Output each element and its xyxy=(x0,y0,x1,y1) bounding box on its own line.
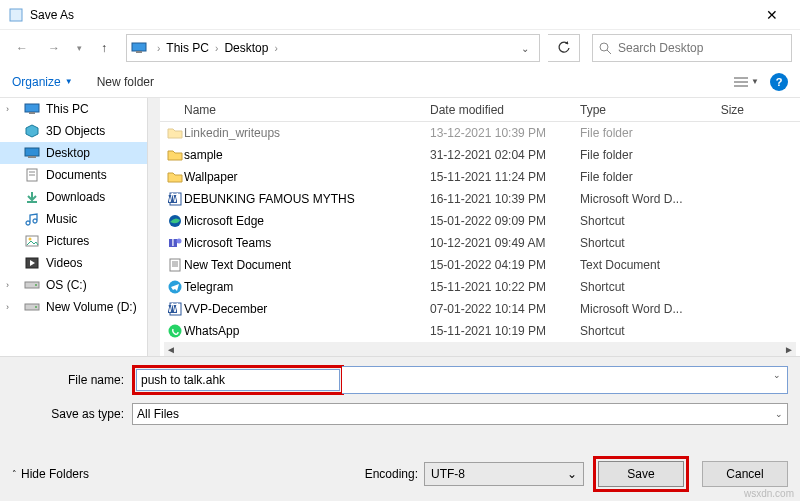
scroll-right-icon[interactable]: ► xyxy=(782,344,796,355)
sidebar-item-os-c-[interactable]: ›OS (C:) xyxy=(0,274,160,296)
file-row[interactable]: sample31-12-2021 02:04 PMFile folder xyxy=(160,144,800,166)
new-folder-button[interactable]: New folder xyxy=(97,75,154,89)
watermark: wsxdn.com xyxy=(744,488,794,499)
file-row[interactable]: Wallpaper15-11-2021 11:24 PMFile folder xyxy=(160,166,800,188)
sidebar-item-label: Desktop xyxy=(46,146,90,160)
file-row[interactable]: Microsoft Edge15-01-2022 09:09 PMShortcu… xyxy=(160,210,800,232)
toolbar: Organize ▼ New folder ▼ ? xyxy=(0,66,800,98)
search-input[interactable]: Search Desktop xyxy=(592,34,792,62)
file-row[interactable]: Telegram15-11-2021 10:22 PMShortcut xyxy=(160,276,800,298)
file-row[interactable]: WhatsApp15-11-2021 10:19 PMShortcut xyxy=(160,320,800,342)
sidebar-item-desktop[interactable]: Desktop xyxy=(0,142,160,164)
pc-icon xyxy=(24,101,40,117)
file-name: VVP-December xyxy=(184,302,430,316)
file-name: sample xyxy=(184,148,430,162)
save-button[interactable]: Save xyxy=(598,461,684,487)
file-type: Shortcut xyxy=(580,214,710,228)
sidebar-item-downloads[interactable]: Downloads xyxy=(0,186,160,208)
file-type: Microsoft Word D... xyxy=(580,192,710,206)
word-icon: W xyxy=(166,302,184,316)
sidebar-item-label: New Volume (D:) xyxy=(46,300,137,314)
file-row[interactable]: WDEBUNKING FAMOUS MYTHS16-11-2021 10:39 … xyxy=(160,188,800,210)
col-type[interactable]: Type xyxy=(580,103,710,117)
forward-button[interactable]: → xyxy=(40,34,68,62)
expand-icon[interactable]: › xyxy=(6,104,16,114)
file-name: Microsoft Teams xyxy=(184,236,430,250)
address-dropdown[interactable]: ⌄ xyxy=(515,43,535,54)
scroll-left-icon[interactable]: ◄ xyxy=(164,344,178,355)
svg-rect-2 xyxy=(136,51,142,53)
app-icon xyxy=(8,7,24,23)
file-type: File folder xyxy=(580,148,710,162)
col-size[interactable]: Size xyxy=(710,103,750,117)
sidebar-item-music[interactable]: Music xyxy=(0,208,160,230)
col-name[interactable]: Name xyxy=(160,103,430,117)
svg-marker-10 xyxy=(26,125,38,137)
view-button[interactable]: ▼ xyxy=(730,72,762,92)
encoding-select[interactable]: UTF-8 ⌄ xyxy=(424,462,584,486)
expand-icon[interactable]: › xyxy=(6,302,16,312)
address-bar[interactable]: › This PC › Desktop › ⌄ xyxy=(126,34,540,62)
chevron-right-icon: › xyxy=(153,43,164,54)
svg-point-40 xyxy=(169,325,182,338)
folder-icon xyxy=(166,127,184,139)
word-icon: W xyxy=(166,192,184,206)
file-row[interactable]: TMicrosoft Teams10-12-2021 09:49 AMShort… xyxy=(160,232,800,254)
hide-folders-button[interactable]: ˄ Hide Folders xyxy=(12,467,89,481)
help-button[interactable]: ? xyxy=(770,73,788,91)
sidebar-item-3d-objects[interactable]: 3D Objects xyxy=(0,120,160,142)
sidebar-item-documents[interactable]: Documents xyxy=(0,164,160,186)
chevron-down-icon: ⌄ xyxy=(775,409,783,419)
bottom-panel: File name: ⌄ Save as type: All Files ⌄ ˄… xyxy=(0,356,800,501)
horizontal-scrollbar[interactable]: ◄ ► xyxy=(164,342,796,356)
expand-icon[interactable]: › xyxy=(6,280,16,290)
telegram-icon xyxy=(166,280,184,294)
file-row[interactable]: WVVP-December07-01-2022 10:14 PMMicrosof… xyxy=(160,298,800,320)
close-button[interactable]: ✕ xyxy=(752,7,792,23)
sidebar-item-new-volume-d-[interactable]: ›New Volume (D:) xyxy=(0,296,160,318)
col-date[interactable]: Date modified xyxy=(430,103,580,117)
file-row[interactable]: Linkedin_writeups13-12-2021 10:39 PMFile… xyxy=(160,122,800,144)
sidebar-item-pictures[interactable]: Pictures xyxy=(0,230,160,252)
file-date: 15-11-2021 10:19 PM xyxy=(430,324,580,338)
vid-icon xyxy=(24,255,40,271)
file-type: File folder xyxy=(580,126,710,140)
file-name: Wallpaper xyxy=(184,170,430,184)
history-dropdown[interactable]: ▾ xyxy=(72,43,86,53)
sidebar-item-this-pc[interactable]: ›This PC xyxy=(0,98,160,120)
organize-button[interactable]: Organize ▼ xyxy=(12,75,73,89)
sidebar-item-label: Music xyxy=(46,212,77,226)
search-icon xyxy=(599,42,612,55)
sidebar-item-label: Pictures xyxy=(46,234,89,248)
file-date: 15-11-2021 10:22 PM xyxy=(430,280,580,294)
chevron-down-icon[interactable]: ⌄ xyxy=(773,370,781,380)
refresh-button[interactable] xyxy=(548,34,580,62)
sidebar-item-videos[interactable]: Videos xyxy=(0,252,160,274)
breadcrumb-folder[interactable]: Desktop xyxy=(222,41,270,55)
3d-icon xyxy=(24,123,40,139)
encoding-label: Encoding: xyxy=(365,467,418,481)
savetype-select[interactable]: All Files ⌄ xyxy=(132,403,788,425)
file-name: DEBUNKING FAMOUS MYTHS xyxy=(184,192,430,206)
file-type: Shortcut xyxy=(580,324,710,338)
svg-text:W: W xyxy=(168,192,179,205)
doc-icon xyxy=(24,167,40,183)
filename-input[interactable] xyxy=(136,369,340,391)
edge-icon xyxy=(166,214,184,228)
file-row[interactable]: New Text Document15-01-2022 04:19 PMText… xyxy=(160,254,800,276)
svg-line-4 xyxy=(607,50,611,54)
filename-input-extension[interactable]: ⌄ xyxy=(342,366,788,394)
svg-rect-9 xyxy=(29,112,35,114)
chevron-right-icon: › xyxy=(211,43,222,54)
sidebar-item-label: Documents xyxy=(46,168,107,182)
breadcrumb-root[interactable]: This PC xyxy=(164,41,211,55)
back-button[interactable]: ← xyxy=(8,34,36,62)
cancel-button[interactable]: Cancel xyxy=(702,461,788,487)
search-placeholder: Search Desktop xyxy=(618,41,703,55)
drive-icon xyxy=(24,299,40,315)
file-name: Telegram xyxy=(184,280,430,294)
svg-rect-11 xyxy=(25,148,39,156)
up-button[interactable]: ↑ xyxy=(90,34,118,62)
teams-icon: T xyxy=(166,236,184,250)
sidebar-scrollbar[interactable] xyxy=(149,102,159,182)
